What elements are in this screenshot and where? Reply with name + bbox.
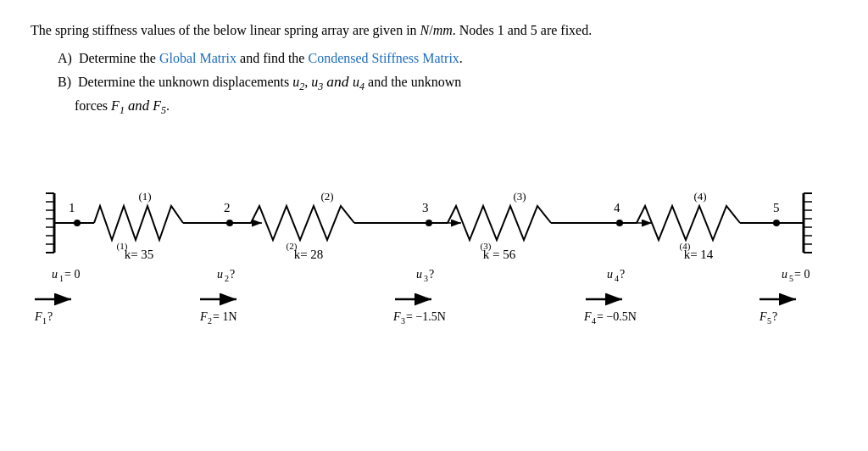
F5-label: F [759,310,767,323]
spring2-label: (2) [320,190,333,203]
problem-container: The spring stiffness values of the below… [31,20,837,329]
u4-label: u [607,268,613,281]
global-matrix-link: Global Matrix [159,51,236,65]
part-a: A) Determine the Global Matrix and find … [58,47,837,70]
spring1-label: (1) [138,190,151,203]
u4-sub: 4 [615,274,619,283]
k1-val: k= 35 [125,248,154,261]
node2-label: 2 [224,201,231,214]
F3-val: = −1.5N [406,310,446,323]
F3-label: F [392,310,401,323]
F1-label: F [34,310,42,323]
F2-sub: 2 [208,316,212,326]
node3-label: 3 [422,201,429,214]
u2-label: u [217,268,223,281]
intro-text: The spring stiffness values of the below… [31,20,837,41]
spring3-label: (3) [513,190,526,203]
node1-label: 1 [69,201,75,214]
u3-sub: 3 [424,274,428,283]
F3-sub: 3 [401,316,405,326]
displacement-vars: u2, u3 [292,75,323,89]
part-b: B) Determine the unknown displacements u… [58,70,837,95]
spring-diagram-container: 1 (1) 2 (2) 3 (3) [31,142,827,329]
u5-eq: = 0 [794,268,810,281]
condensed-matrix-link: Condensed Stiffness Matrix [308,51,459,65]
F5-q: ? [772,310,777,323]
k3-val: k = 56 [483,248,516,261]
spring4-label: (4) [693,190,706,203]
k4-val: k= 14 [684,248,714,261]
spring-diagram: 1 (1) 2 (2) 3 (3) [31,142,827,329]
u5-label: u [782,268,787,281]
F2-label: F [199,310,208,323]
u4-q: ? [620,268,625,281]
F1-q: ? [47,310,53,323]
F1-sub: 1 [42,316,47,326]
u1-sub: 1 [59,274,64,283]
u2-q: ? [230,268,235,281]
u5-sub: 5 [789,274,793,283]
u3-label: u [416,268,422,281]
k2-val: k= 28 [294,248,324,261]
F4-sub: 4 [592,316,596,326]
F5-sub: 5 [767,316,771,326]
node5-label: 5 [773,201,780,214]
u1-eq: = 0 [64,268,80,281]
F2-val: = 1N [213,310,237,323]
u1-label: u [52,268,58,281]
F4-val: = −0.5N [597,310,637,323]
u3-q: ? [429,268,434,281]
forces-line: forces F1 and F5. [75,95,837,119]
node4-label: 4 [614,201,620,214]
u2-sub: 2 [225,274,229,283]
F4-label: F [583,310,592,323]
